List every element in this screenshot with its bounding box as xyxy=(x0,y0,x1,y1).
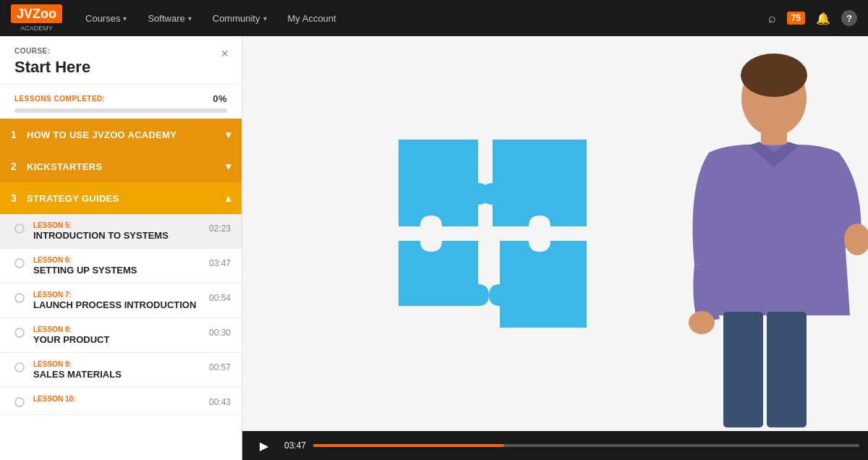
navbar-right: ⌕ 75 🔔 ? xyxy=(768,10,857,26)
section-1-header[interactable]: 1 HOW TO USE JVZOO ACADEMY ▾ xyxy=(0,119,242,150)
svg-rect-5 xyxy=(723,312,763,427)
lesson-time: 00:43 xyxy=(209,395,231,407)
progress-bar xyxy=(14,108,227,113)
lesson-num-label: LESSON 8: xyxy=(33,325,203,333)
lesson-dot xyxy=(14,223,25,234)
progress-section: LESSONS COMPLETED: 0% xyxy=(0,85,242,119)
lesson-num-label: LESSON 7: xyxy=(33,291,203,299)
nav-software[interactable]: Software ▾ xyxy=(139,9,200,28)
svg-point-4 xyxy=(689,311,715,334)
lesson-name: LAUNCH PROCESS INTRODUCTION xyxy=(33,299,203,310)
lesson-name: SETTING UP SYSTEMS xyxy=(33,265,203,276)
lesson-time: 00:54 xyxy=(209,291,231,303)
section-3-header[interactable]: 3 STRATEGY GUIDES ▴ xyxy=(0,182,242,214)
nav-items: Courses ▾ Software ▾ Community ▾ My Acco… xyxy=(77,9,768,28)
lesson-time: 02:23 xyxy=(209,221,231,234)
notification-badge[interactable]: 75 xyxy=(787,12,805,25)
lesson-item[interactable]: LESSON 6: SETTING UP SYSTEMS 03:47 xyxy=(0,249,242,284)
video-progress-fill xyxy=(313,444,504,447)
section-1-title: HOW TO USE JVZOO ACADEMY xyxy=(27,129,226,140)
lesson-item[interactable]: LESSON 10: 00:43 xyxy=(0,388,242,415)
lesson-num-label: LESSON 5: xyxy=(33,221,203,229)
main-layout: COURSE: Start Here × LESSONS COMPLETED: … xyxy=(0,36,868,460)
lesson-dot xyxy=(14,397,25,407)
logo-sub: ACADEMY xyxy=(11,25,62,32)
lesson-time: 00:57 xyxy=(209,360,231,372)
video-main xyxy=(242,36,868,431)
lesson-time: 00:30 xyxy=(209,325,231,338)
help-icon[interactable]: ? xyxy=(841,10,857,26)
bell-icon[interactable]: 🔔 xyxy=(816,12,830,25)
section-2-title: KICKSTARTERS xyxy=(27,161,226,172)
lesson-item[interactable]: LESSON 9: SALES MATERIALS 00:57 xyxy=(0,353,242,388)
lesson-name: YOUR PRODUCT xyxy=(33,334,203,345)
close-button[interactable]: × xyxy=(221,47,229,60)
sidebar-header: COURSE: Start Here × xyxy=(0,36,242,85)
lesson-name: SALES MATERIALS xyxy=(33,369,203,380)
lesson-item[interactable]: LESSON 5: INTRODUCTION TO SYSTEMS 02:23 xyxy=(0,214,242,249)
search-icon[interactable]: ⌕ xyxy=(768,11,776,26)
section-3-chevron-icon: ▴ xyxy=(226,192,231,204)
sidebar: COURSE: Start Here × LESSONS COMPLETED: … xyxy=(0,36,242,460)
video-area: ▶ 03:47 xyxy=(242,36,868,460)
video-time: 03:47 xyxy=(284,440,306,451)
nav-account[interactable]: My Account xyxy=(279,9,345,28)
play-icon: ▶ xyxy=(260,439,268,453)
nav-community[interactable]: Community ▾ xyxy=(204,9,276,28)
progress-percentage: 0% xyxy=(213,93,227,104)
progress-label-text: LESSONS COMPLETED: xyxy=(14,95,106,103)
logo[interactable]: JVZoo ACADEMY xyxy=(11,4,62,32)
nav-courses[interactable]: Courses ▾ xyxy=(77,9,135,28)
puzzle-graphic xyxy=(391,132,594,335)
lesson-dot xyxy=(14,293,25,303)
lesson-num-label: LESSON 10: xyxy=(33,395,203,403)
video-progress-track[interactable] xyxy=(313,444,859,447)
lesson-dot xyxy=(14,362,25,372)
section-2-chevron-icon: ▾ xyxy=(226,161,231,172)
lesson-dot xyxy=(14,258,25,268)
video-controls: ▶ 03:47 xyxy=(242,431,868,460)
section-3-num: 3 xyxy=(11,192,27,204)
logo-text: JVZoo xyxy=(11,4,62,23)
svg-rect-6 xyxy=(767,312,807,427)
lesson-dot xyxy=(14,328,25,338)
section-1-chevron-icon: ▾ xyxy=(226,129,231,140)
lesson-item[interactable]: LESSON 8: YOUR PRODUCT 00:30 xyxy=(0,318,242,353)
course-title: Start Here xyxy=(14,58,227,77)
lesson-name: INTRODUCTION TO SYSTEMS xyxy=(33,230,203,241)
lesson-num-label: LESSON 9: xyxy=(33,360,203,368)
lesson-num-label: LESSON 6: xyxy=(33,256,203,264)
navbar: JVZoo ACADEMY Courses ▾ Software ▾ Commu… xyxy=(0,0,868,36)
play-button[interactable]: ▶ xyxy=(251,435,277,456)
software-arrow-icon: ▾ xyxy=(188,14,192,22)
section-2-header[interactable]: 2 KICKSTARTERS ▾ xyxy=(0,150,242,182)
section-2-num: 2 xyxy=(11,161,27,172)
instructor-image xyxy=(680,36,868,431)
lesson-item[interactable]: LESSON 7: LAUNCH PROCESS INTRODUCTION 00… xyxy=(0,284,242,318)
community-arrow-icon: ▾ xyxy=(263,14,267,22)
lesson-time: 03:47 xyxy=(209,256,231,268)
section-3-title: STRATEGY GUIDES xyxy=(27,193,226,204)
courses-arrow-icon: ▾ xyxy=(123,14,127,22)
svg-point-1 xyxy=(741,54,807,97)
section-1-num: 1 xyxy=(11,129,27,140)
course-label: COURSE: xyxy=(14,47,227,55)
